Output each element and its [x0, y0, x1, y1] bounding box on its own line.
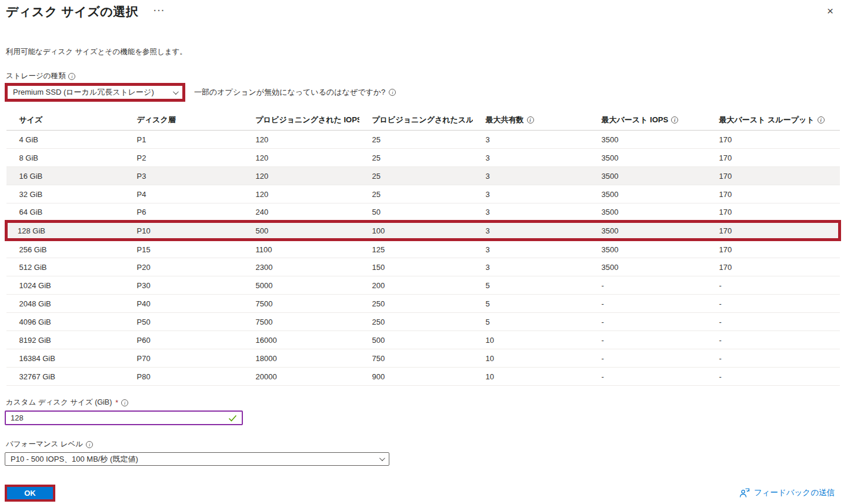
- table-row[interactable]: 64 GiBP62405033500170: [6, 203, 840, 222]
- table-cell: 25: [359, 149, 473, 167]
- table-cell: P3: [124, 167, 243, 185]
- table-cell: -: [706, 331, 840, 349]
- table-cell: 3500: [589, 240, 706, 258]
- table-cell: 170: [706, 185, 840, 203]
- table-cell: 3500: [589, 203, 706, 222]
- performance-dropdown[interactable]: P10 - 500 IOPS、100 MB/秒 (既定値): [5, 452, 389, 466]
- table-cell: -: [706, 276, 840, 295]
- more-options-ellipsis-icon[interactable]: ···: [154, 6, 165, 15]
- custom-size-input-wrap: [5, 410, 243, 425]
- dialog-description: 利用可能なディスク サイズとその機能を参照します。: [6, 47, 844, 57]
- table-cell: 3: [473, 149, 589, 167]
- table-cell: 2300: [243, 258, 359, 276]
- info-icon[interactable]: i: [818, 116, 825, 124]
- table-cell: 64 GiB: [6, 203, 124, 222]
- table-cell: P1: [124, 131, 243, 149]
- table-row[interactable]: 512 GiBP20230015033500170: [6, 258, 840, 276]
- table-cell: 32 GiB: [6, 185, 124, 203]
- ok-button[interactable]: OK: [7, 487, 53, 499]
- custom-size-input[interactable]: [11, 413, 228, 422]
- table-cell: 3500: [589, 149, 706, 167]
- performance-label: パフォーマンス レベル: [6, 439, 83, 449]
- table-row[interactable]: 16 GiBP31202533500170: [6, 167, 840, 185]
- table-row[interactable]: 2048 GiBP4075002505--: [6, 295, 840, 313]
- table-cell: 3500: [589, 258, 706, 276]
- info-icon[interactable]: i: [86, 441, 93, 448]
- table-cell: -: [589, 331, 706, 349]
- table-cell: P40: [124, 295, 243, 313]
- table-cell: -: [589, 368, 706, 386]
- custom-size-label-row: カスタム ディスク サイズ (GiB)* i: [6, 398, 844, 408]
- table-cell: 128 GiB: [6, 222, 124, 240]
- table-cell: 5: [473, 295, 589, 313]
- table-cell: 125: [359, 240, 473, 258]
- chevron-down-icon: [173, 89, 179, 95]
- table-row[interactable]: 4096 GiBP5075002505--: [6, 313, 840, 331]
- close-icon[interactable]: ×: [823, 4, 837, 19]
- table-cell: 7500: [243, 295, 359, 313]
- column-header-label: ディスク層: [137, 115, 176, 125]
- table-row[interactable]: 32 GiBP41202533500170: [6, 185, 840, 203]
- table-cell: 250: [359, 313, 473, 331]
- table-cell: 170: [706, 222, 840, 240]
- table-cell: 100: [359, 222, 473, 240]
- table-cell: 256 GiB: [6, 240, 124, 258]
- table-row-selected[interactable]: 128 GiBP1050010033500170: [6, 222, 840, 240]
- table-cell: 3: [473, 203, 589, 222]
- table-cell: 4096 GiB: [6, 313, 124, 331]
- table-cell: -: [589, 295, 706, 313]
- table-cell: 3: [473, 222, 589, 240]
- info-icon[interactable]: i: [121, 399, 128, 406]
- table-cell: 170: [706, 203, 840, 222]
- table-cell: P4: [124, 185, 243, 203]
- storage-type-selected-value: Premium SSD (ローカル冗長ストレージ): [13, 87, 154, 98]
- info-icon[interactable]: i: [389, 89, 396, 96]
- annotation-box-storage-dropdown: Premium SSD (ローカル冗長ストレージ): [5, 83, 185, 102]
- column-header-label: サイズ: [19, 115, 43, 125]
- table-cell: 500: [359, 331, 473, 349]
- table-row[interactable]: 8192 GiBP601600050010--: [6, 331, 840, 349]
- table-cell: P50: [124, 313, 243, 331]
- table-cell: 3500: [589, 185, 706, 203]
- info-icon[interactable]: i: [527, 116, 534, 124]
- table-cell: 512 GiB: [6, 258, 124, 276]
- table-cell: 500: [243, 222, 359, 240]
- table-cell: 750: [359, 349, 473, 368]
- table-row[interactable]: 16384 GiBP701800075010--: [6, 349, 840, 368]
- table-cell: 10: [473, 331, 589, 349]
- table-cell: 2048 GiB: [6, 295, 124, 313]
- dialog-header: ディスク サイズの選択 ··· ×: [0, 0, 844, 20]
- info-icon[interactable]: i: [671, 116, 678, 124]
- column-header: 最大共有数i: [473, 111, 589, 131]
- table-row[interactable]: 256 GiBP15110012533500170: [6, 240, 840, 258]
- table-cell: 170: [706, 149, 840, 167]
- storage-type-dropdown[interactable]: Premium SSD (ローカル冗長ストレージ): [8, 86, 182, 99]
- table-cell: -: [589, 276, 706, 295]
- chevron-down-icon: [379, 455, 385, 461]
- column-header: 最大バースト IOPSi: [589, 111, 706, 131]
- custom-size-label: カスタム ディスク サイズ (GiB): [6, 398, 112, 408]
- table-cell: 1100: [243, 240, 359, 258]
- send-feedback-link[interactable]: フィードバックの送信: [739, 488, 835, 498]
- table-cell: 150: [359, 258, 473, 276]
- table-cell: 7500: [243, 313, 359, 331]
- table-cell: 5000: [243, 276, 359, 295]
- column-header: ディスク層: [124, 111, 243, 131]
- info-icon[interactable]: i: [68, 73, 75, 80]
- table-cell: -: [706, 349, 840, 368]
- disabled-options-help-text: 一部のオプションが無効になっているのはなぜですか?: [194, 87, 385, 98]
- table-row[interactable]: 8 GiBP21202533500170: [6, 149, 840, 167]
- storage-type-row: Premium SSD (ローカル冗長ストレージ) 一部のオプションが無効になっ…: [5, 83, 844, 102]
- column-header: 最大バースト スループットi: [706, 111, 840, 131]
- column-header: プロビジョニングされた IOPS: [243, 111, 359, 131]
- storage-type-label-row: ストレージの種類 i: [6, 71, 844, 81]
- page-title: ディスク サイズの選択: [6, 4, 138, 20]
- column-header-label: 最大バースト IOPS: [602, 115, 669, 125]
- table-cell: 900: [359, 368, 473, 386]
- table-cell: P15: [124, 240, 243, 258]
- table-row[interactable]: 4 GiBP11202533500170: [6, 131, 840, 149]
- table-row[interactable]: 32767 GiBP802000090010--: [6, 368, 840, 386]
- table-row[interactable]: 1024 GiBP3050002005--: [6, 276, 840, 295]
- table-cell: P2: [124, 149, 243, 167]
- column-header-label: プロビジョニングされた IOPS: [256, 115, 359, 125]
